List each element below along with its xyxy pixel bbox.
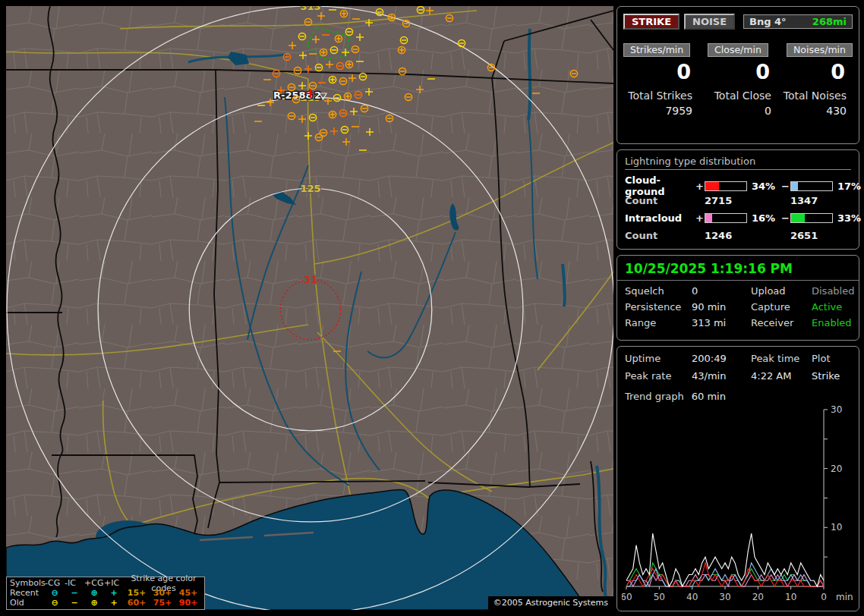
ic-negative-percent: 33% bbox=[834, 212, 864, 224]
session-trend-box: Uptime 200:49 Peak time Plot Peak rate 4… bbox=[616, 346, 859, 611]
legend-old-symbols: ⊖−⊕+ bbox=[45, 598, 124, 608]
minus-sign: − bbox=[780, 212, 790, 224]
cg-positive-percent: 34% bbox=[749, 181, 780, 192]
strikes-per-min-label: Strikes/min bbox=[623, 43, 690, 57]
legend-row-recent: Recent ⊖−⊕+ 15+30+45+ bbox=[10, 588, 201, 598]
trend-graph-label: Trend graph bbox=[625, 391, 684, 402]
distribution-title: Lightning type distribution bbox=[625, 156, 851, 170]
legend-col-cg-pos: +CG bbox=[84, 578, 104, 588]
peak-time-value: 4:22 AM bbox=[751, 370, 812, 382]
intracloud-row: Intracloud + 16% − 33% bbox=[625, 209, 851, 226]
uptime-label: Uptime bbox=[625, 353, 692, 364]
svg-text:40: 40 bbox=[686, 592, 698, 602]
legend-symbol-icon: + bbox=[104, 588, 124, 598]
strike-toggle-button[interactable]: STRIKE bbox=[623, 14, 680, 30]
map-panel: 31321912531 R-25882 Symbols -CG -IC +CG … bbox=[6, 6, 613, 610]
legend-age-code: 30+ bbox=[150, 588, 175, 598]
receiver-status: Enabled bbox=[812, 317, 854, 328]
close-per-min-value: 0 bbox=[698, 60, 777, 83]
close-per-min-label: Close/min bbox=[708, 43, 768, 57]
legend-symbol-icon: ⊕ bbox=[84, 598, 104, 608]
bearing-range-display: Bng 4° 268mi bbox=[743, 14, 853, 29]
cursor-range-value: 268mi bbox=[812, 16, 847, 27]
svg-text:30: 30 bbox=[831, 404, 842, 415]
svg-text:31: 31 bbox=[304, 274, 317, 285]
total-strikes-value: 7959 bbox=[623, 105, 698, 117]
squelch-label: Squelch bbox=[625, 285, 692, 297]
noises-per-min-value: 0 bbox=[777, 60, 853, 83]
plus-sign: + bbox=[695, 181, 705, 192]
symbol-legend: Symbols -CG -IC +CG +IC Strike age color… bbox=[6, 577, 205, 610]
legend-old-ages: 60+75+90+ bbox=[124, 598, 201, 608]
svg-text:10: 10 bbox=[831, 522, 842, 533]
legend-age-code: 45+ bbox=[175, 588, 201, 598]
legend-symbol-icon: − bbox=[65, 598, 84, 608]
copyright-notice: ©2005 Astrogenic Systems bbox=[488, 596, 613, 610]
datetime-display: 10/25/2025 1:19:16 PM bbox=[617, 256, 859, 281]
plot-label: Plot bbox=[812, 353, 851, 364]
cg-positive-bar bbox=[705, 181, 747, 191]
legend-symbol-icon: − bbox=[65, 588, 84, 598]
legend-symbol-icon: ⊖ bbox=[45, 598, 65, 608]
legend-row-label: Recent bbox=[10, 588, 45, 598]
distribution-box: Lightning type distribution Cloud-ground… bbox=[616, 149, 859, 250]
squelch-value: 0 bbox=[692, 285, 751, 297]
receiver-label: Receiver bbox=[751, 317, 812, 328]
cg-negative-count: 1347 bbox=[790, 195, 864, 206]
plot-mode-value: Strike bbox=[812, 370, 851, 382]
legend-age-code: 75+ bbox=[150, 598, 175, 608]
svg-text:20: 20 bbox=[752, 592, 764, 602]
strikes-per-min-value: 0 bbox=[623, 60, 698, 83]
persistence-label: Persistence bbox=[625, 301, 692, 313]
svg-text:2: 2 bbox=[314, 90, 321, 101]
status-box: 10/25/2025 1:19:16 PM Squelch 0 Upload D… bbox=[616, 255, 859, 341]
peak-time-label: Peak time bbox=[751, 353, 812, 364]
svg-text:min: min bbox=[836, 592, 853, 602]
ic-negative-count: 2651 bbox=[790, 230, 864, 241]
trend-graph-value: 60 min bbox=[692, 391, 726, 402]
range-label: Range bbox=[625, 317, 692, 328]
noise-toggle-button[interactable]: NOISE bbox=[684, 14, 735, 30]
legend-age-code: 90+ bbox=[175, 598, 201, 608]
persistence-value: 90 min bbox=[692, 301, 751, 313]
legend-symbols-header: Symbols bbox=[10, 578, 45, 588]
legend-age-code: 15+ bbox=[124, 588, 150, 598]
legend-symbol-icon: ⊕ bbox=[84, 588, 104, 598]
svg-text:20: 20 bbox=[831, 464, 842, 474]
legend-col-cg-neg: -CG bbox=[45, 578, 65, 588]
side-panel: STRIKE NOISE Bng 4° 268mi Strikes/min Cl… bbox=[616, 6, 861, 611]
legend-symbol-icon: + bbox=[104, 598, 124, 608]
peak-rate-value: 43/min bbox=[692, 370, 751, 382]
ic-positive-bar bbox=[705, 213, 747, 223]
svg-text:50: 50 bbox=[654, 592, 665, 602]
intracloud-count-row: Count 1246 2651 bbox=[625, 226, 851, 244]
ic-positive-percent: 16% bbox=[749, 212, 780, 224]
legend-recent-symbols: ⊖−⊕+ bbox=[45, 588, 124, 598]
svg-text:30: 30 bbox=[719, 592, 730, 602]
total-strikes-label: Total Strikes bbox=[623, 90, 698, 102]
plus-sign: + bbox=[695, 212, 705, 224]
count-label: Count bbox=[625, 230, 695, 241]
svg-text:125: 125 bbox=[300, 183, 320, 194]
legend-col-ic-neg: -IC bbox=[65, 578, 84, 588]
legend-row-label: Old bbox=[10, 598, 45, 608]
cg-negative-percent: 17% bbox=[834, 181, 864, 192]
total-close-value: 0 bbox=[698, 105, 777, 117]
peak-rate-label: Peak rate bbox=[625, 370, 692, 382]
map-canvas[interactable]: 31321912531 R-25882 bbox=[6, 6, 613, 610]
legend-symbol-icon: ⊖ bbox=[45, 588, 65, 598]
cloud-ground-row: Cloud-ground + 34% − 17% bbox=[625, 174, 851, 191]
cg-negative-bar bbox=[790, 181, 833, 191]
svg-text:0: 0 bbox=[821, 592, 827, 602]
cg-positive-count: 2715 bbox=[705, 195, 780, 206]
total-noises-value: 430 bbox=[777, 105, 853, 117]
upload-label: Upload bbox=[751, 285, 812, 297]
legend-row-old: Old ⊖−⊕+ 60+75+90+ bbox=[10, 598, 201, 608]
cloud-ground-label: Cloud-ground bbox=[625, 174, 695, 197]
range-value: 313 mi bbox=[692, 317, 751, 328]
intracloud-label: Intracloud bbox=[625, 212, 695, 224]
count-label: Count bbox=[625, 195, 695, 206]
svg-text:60: 60 bbox=[622, 592, 632, 602]
trend-graph: 1020306050403020100min bbox=[622, 403, 856, 608]
cloud-ground-count-row: Count 2715 1347 bbox=[625, 191, 851, 209]
